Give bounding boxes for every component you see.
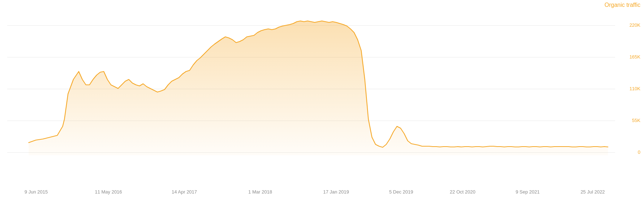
y-label-55k: 55K [632,118,640,123]
x-label-sep2021: 9 Sep 2021 [516,189,540,195]
y-label-0: 0 [638,149,640,155]
x-label-oct2020: 22 Oct 2020 [450,189,476,195]
chart-svg [7,7,615,162]
x-label-jun2015: 9 Jun 2015 [25,189,48,195]
x-label-apr2017: 14 Apr 2017 [172,189,197,195]
x-label-jul2022: 25 Jul 2022 [580,189,605,195]
chart-container: Organic traffic 220K 165K 110K 55K 0 9 J… [0,0,644,200]
x-label-jan2019: 17 Jan 2019 [323,189,349,195]
y-label-110k: 110K [630,86,640,91]
x-label-mar2018: 1 Mar 2018 [248,189,272,195]
chart-area-fill [29,21,608,155]
y-label-165k: 165K [630,54,640,60]
y-label-220k: 220K [630,22,640,28]
x-label-may2016: 11 May 2016 [95,189,122,195]
x-label-dec2019: 5 Dec 2019 [389,189,413,195]
